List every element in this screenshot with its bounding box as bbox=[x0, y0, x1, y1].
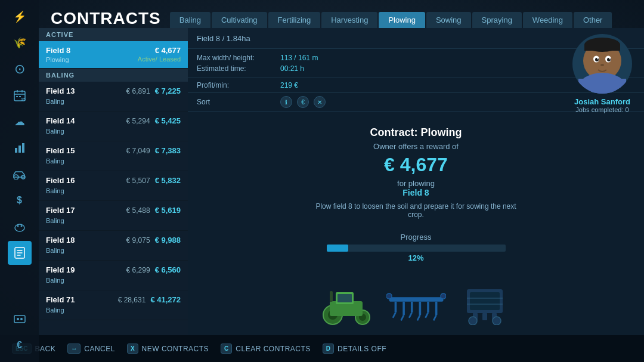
sidebar-finance[interactable]: $ bbox=[8, 188, 32, 212]
sidebar-farm[interactable]: 🌾 bbox=[8, 31, 32, 55]
field18-price: € 9,988 bbox=[155, 236, 181, 245]
field15-name: Field 15 bbox=[46, 146, 75, 155]
cancel-key: ↔ bbox=[67, 344, 80, 354]
tab-harvesting[interactable]: Harvesting bbox=[321, 12, 377, 28]
svg-rect-56 bbox=[482, 313, 487, 320]
field19-type: Baling bbox=[46, 277, 64, 284]
tab-weeding[interactable]: Weeding bbox=[523, 12, 572, 28]
reward-intro-label: Owner offers a reward of bbox=[197, 142, 635, 151]
svg-line-48 bbox=[434, 315, 436, 320]
main-area: CONTRACTS Baling Cultivating Fertilizing… bbox=[39, 0, 644, 362]
svg-rect-41 bbox=[427, 302, 429, 313]
sidebar: ⚡ 🌾 ⊙ 15 ☁ $ bbox=[0, 0, 39, 362]
field15-base: € 7,049 bbox=[126, 147, 150, 155]
field16-base: € 5,507 bbox=[126, 177, 150, 185]
stat-esttime: Estimated time: 00:21 h bbox=[197, 64, 635, 73]
tab-fertilizing[interactable]: Fertilizing bbox=[268, 12, 321, 28]
details-button[interactable]: D DETAILS OFF bbox=[323, 344, 386, 354]
reward-description: Plow field 8 to loosen the soil and prep… bbox=[312, 202, 521, 219]
profit-label: Profit/min: bbox=[197, 81, 274, 89]
field16-price: € 5,832 bbox=[155, 176, 181, 185]
svg-rect-37 bbox=[394, 302, 397, 313]
maxwidth-value: 113 / 161 m bbox=[280, 54, 318, 62]
contract-item-field14[interactable]: Field 14 € 5,294 € 5,425 Baling bbox=[39, 112, 188, 141]
sidebar-euro[interactable]: € bbox=[8, 333, 32, 357]
field13-name: Field 13 bbox=[46, 86, 75, 95]
svg-point-50 bbox=[440, 293, 445, 299]
tab-baling[interactable]: Baling bbox=[170, 12, 210, 28]
reward-field-name: Field 8 bbox=[197, 188, 635, 197]
contract-item-field18[interactable]: Field 18 € 9,075 € 9,988 Baling bbox=[39, 231, 188, 261]
svg-line-47 bbox=[425, 313, 428, 318]
field71-price: € 41,272 bbox=[150, 295, 181, 304]
tab-plowing[interactable]: Plowing bbox=[379, 12, 425, 28]
svg-rect-34 bbox=[338, 294, 352, 302]
tab-other[interactable]: Other bbox=[574, 12, 612, 28]
contract-main-label: Contract: Plowing bbox=[197, 126, 635, 139]
sort-currency-icon[interactable]: € bbox=[297, 96, 309, 108]
progress-bar-fill bbox=[327, 245, 348, 252]
field19-price: € 6,560 bbox=[155, 265, 181, 274]
sidebar-steering[interactable]: ⊙ bbox=[8, 57, 32, 81]
maxwidth-label: Max width/ height: bbox=[197, 54, 274, 62]
svg-rect-18 bbox=[578, 79, 626, 94]
npc-jobs: Jobs completed: 0 bbox=[572, 106, 632, 113]
sidebar-quick-menu[interactable]: ⚡ bbox=[8, 5, 32, 29]
tab-cultivating[interactable]: Cultivating bbox=[212, 12, 267, 28]
field17-name: Field 17 bbox=[46, 206, 75, 215]
contract-info-box: Contract: Plowing Owner offers a reward … bbox=[188, 117, 644, 228]
contract-item-field16[interactable]: Field 16 € 5,507 € 5,832 Baling bbox=[39, 171, 188, 201]
svg-rect-40 bbox=[419, 302, 421, 315]
contract-list: ACTIVE Field 8 € 4,677 Plowing Active/ L… bbox=[39, 28, 188, 362]
svg-rect-1 bbox=[16, 96, 18, 97]
field8-price: € 4,677 bbox=[155, 46, 181, 55]
contract-item-field71[interactable]: Field 71 € 28,631 € 41,272 Baling bbox=[39, 290, 188, 320]
sidebar-weather[interactable]: ☁ bbox=[8, 110, 32, 134]
field19-base: € 6,299 bbox=[126, 266, 150, 274]
clear-contracts-button[interactable]: C CLEAR CONTRACTS bbox=[221, 344, 311, 354]
sort-info-icon[interactable]: ℹ bbox=[280, 96, 292, 108]
bottom-bar: ESC BACK ↔ CANCEL X NEW CONTRACTS C CLEA… bbox=[0, 335, 644, 362]
svg-rect-27 bbox=[584, 45, 620, 51]
svg-rect-35 bbox=[330, 291, 333, 302]
contract-item-field17[interactable]: Field 17 € 5,488 € 5,619 Baling bbox=[39, 201, 188, 231]
svg-point-14 bbox=[17, 318, 19, 320]
sidebar-calendar[interactable]: 15 bbox=[8, 83, 32, 107]
svg-point-49 bbox=[386, 293, 392, 299]
npc-area: Josiah Sanford Jobs completed: 0 bbox=[572, 34, 632, 113]
contract-item-field19[interactable]: Field 19 € 6,299 € 6,560 Baling bbox=[39, 261, 188, 290]
sidebar-stats[interactable] bbox=[8, 136, 32, 160]
svg-rect-13 bbox=[14, 315, 25, 323]
tab-sowing[interactable]: Sowing bbox=[426, 12, 471, 28]
reward-amount: € 4,677 bbox=[197, 154, 635, 176]
seeder-icon bbox=[455, 284, 515, 326]
sidebar-animals[interactable] bbox=[8, 215, 32, 239]
sort-close-icon[interactable]: ✕ bbox=[314, 96, 326, 108]
svg-point-22 bbox=[607, 58, 611, 61]
npc-portrait bbox=[572, 34, 632, 94]
field17-price: € 5,619 bbox=[155, 206, 181, 215]
new-key: X bbox=[127, 344, 138, 354]
field16-name: Field 16 bbox=[46, 176, 75, 185]
plow-icon bbox=[386, 284, 446, 326]
sidebar-connections[interactable] bbox=[8, 307, 32, 331]
contract-item-field15[interactable]: Field 15 € 7,049 € 7,383 Baling bbox=[39, 141, 188, 171]
sidebar-contracts[interactable] bbox=[8, 241, 32, 265]
detail-field-title: Field 8 / 1.84ha bbox=[197, 34, 250, 43]
sidebar-vehicle[interactable] bbox=[8, 162, 32, 186]
new-contracts-button[interactable]: X NEW CONTRACTS bbox=[127, 344, 209, 354]
section-active-header: ACTIVE bbox=[39, 28, 188, 41]
field13-type: Baling bbox=[46, 98, 64, 105]
progress-title: Progress bbox=[197, 233, 635, 242]
contract-item-field8[interactable]: Field 8 € 4,677 Plowing Active/ Leased bbox=[39, 41, 188, 69]
svg-point-11 bbox=[20, 225, 22, 227]
svg-point-59 bbox=[493, 317, 501, 325]
svg-point-15 bbox=[20, 318, 23, 320]
progress-section: Progress 12% bbox=[188, 228, 644, 267]
progress-bar bbox=[327, 245, 506, 252]
contract-item-field13[interactable]: Field 13 € 6,891 € 7,225 Baling bbox=[39, 82, 188, 112]
cancel-button[interactable]: ↔ CANCEL bbox=[67, 344, 115, 354]
details-key: D bbox=[323, 344, 334, 354]
contract-details: Josiah Sanford Jobs completed: 0 Field 8… bbox=[188, 28, 644, 362]
tab-spraying[interactable]: Spraying bbox=[472, 12, 522, 28]
